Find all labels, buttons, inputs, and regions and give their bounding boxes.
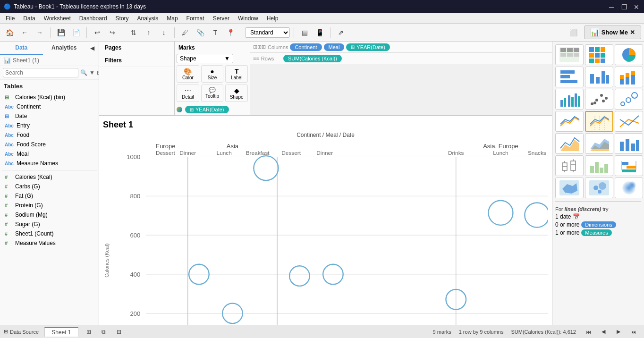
close-button[interactable]: ✕ <box>634 3 640 10</box>
field-calories[interactable]: # Calories (Kcal) <box>2 172 97 182</box>
field-sheet1-count[interactable]: # Sheet1 (Count) <box>2 229 97 238</box>
duplicate-sheet-button[interactable]: ⧉ <box>99 327 109 337</box>
field-measure-names[interactable]: Abc Measure Names <box>2 159 97 168</box>
field-protein[interactable]: # Protein (G) <box>2 201 97 210</box>
field-sugar[interactable]: # Sugar (G) <box>2 220 97 229</box>
continent-pill[interactable]: Continent <box>290 43 322 51</box>
collapse-button[interactable]: ⬜ <box>567 26 580 39</box>
bars-button[interactable]: ▤ <box>298 26 311 39</box>
sm-text-table[interactable] <box>555 44 584 65</box>
tab-analytics[interactable]: Analytics <box>43 42 86 55</box>
field-food[interactable]: Abc Food <box>2 130 97 140</box>
collapse-panel-button[interactable]: ◀ <box>85 42 99 55</box>
field-measure-values[interactable]: # Measure Values <box>2 238 97 248</box>
sm-stacked-vbar[interactable] <box>615 67 643 87</box>
redo-button[interactable]: ↪ <box>106 26 119 39</box>
menu-server[interactable]: Server <box>209 14 233 23</box>
home-button[interactable]: 🏠 <box>3 26 16 39</box>
sm-vbar[interactable] <box>585 67 613 87</box>
marks-type-dropdown[interactable]: Shape ▼ <box>177 54 233 63</box>
detail-mark-btn[interactable]: ⋯ Detail <box>177 84 199 102</box>
field-food-score[interactable]: Abc Food Score <box>2 140 97 149</box>
year-date-col-pill[interactable]: ⊞ YEAR(Date) <box>346 43 390 51</box>
tab-data[interactable]: Data <box>0 42 43 55</box>
sm-heat-map[interactable] <box>585 44 613 65</box>
new-dashboard-button[interactable]: ⊟ <box>114 327 124 337</box>
sm-bar-chart2[interactable] <box>585 155 613 176</box>
filter-icon[interactable]: ▼ <box>89 69 95 76</box>
sm-vbar2[interactable] <box>615 133 643 154</box>
sm-circle-view[interactable] <box>615 89 643 110</box>
field-calories-bin[interactable]: ⊞ Calories (Kcal) (bin) <box>2 93 97 102</box>
search-input[interactable] <box>3 68 78 77</box>
shape-mark-btn[interactable]: ◆ Shape <box>225 84 248 102</box>
data-point-8[interactable] <box>525 203 548 228</box>
sm-side-side-bar[interactable] <box>555 89 584 110</box>
menu-story[interactable]: Story <box>112 14 133 23</box>
sm-line-discrete[interactable] <box>585 111 613 132</box>
device-button[interactable]: 📱 <box>313 26 326 39</box>
field-meal[interactable]: Abc Meal <box>2 149 97 159</box>
search-icon[interactable]: 🔍 <box>80 69 87 76</box>
nav-first-button[interactable]: ⏮ <box>582 325 595 338</box>
field-fat[interactable]: # Fat (G) <box>2 191 97 201</box>
save-button[interactable]: 💾 <box>54 26 68 39</box>
field-continent[interactable]: Abc Continent <box>2 102 97 111</box>
sm-hbar[interactable] <box>555 67 584 87</box>
data-point-7[interactable] <box>488 201 513 225</box>
sum-calories-pill[interactable]: SUM(Calories (Kcal)) <box>283 55 342 62</box>
data-source-tab[interactable]: ⊞ Data Source <box>4 329 39 335</box>
data-point-3[interactable] <box>254 156 278 180</box>
sm-filled-map[interactable] <box>555 177 584 198</box>
swap-button[interactable]: ⇅ <box>127 26 140 39</box>
menu-analysis[interactable]: Analysis <box>134 14 162 23</box>
text-button[interactable]: T <box>209 26 222 39</box>
sm-pie[interactable] <box>615 44 643 65</box>
size-mark-btn[interactable]: ● Size <box>201 65 224 83</box>
sm-symbol-map[interactable] <box>585 177 613 198</box>
field-date[interactable]: ⊞ Date <box>2 111 97 121</box>
show-me-button[interactable]: 📊 Show Me ✕ <box>584 25 641 39</box>
back-button[interactable]: ← <box>18 26 31 39</box>
sm-box-chart[interactable] <box>555 155 584 176</box>
menu-dashboard[interactable]: Dashboard <box>76 14 111 23</box>
pin-button[interactable]: 📍 <box>224 26 237 39</box>
meal-pill[interactable]: Meal <box>324 43 345 51</box>
share-button[interactable]: ⇗ <box>334 26 347 39</box>
highlight-button[interactable]: 🖊 <box>178 26 192 39</box>
field-sodium[interactable]: # Sodium (Mg) <box>2 210 97 220</box>
menu-map[interactable]: Map <box>163 14 181 23</box>
nav-next-button[interactable]: ▶ <box>612 325 625 338</box>
nav-prev-button[interactable]: ◀ <box>597 325 610 338</box>
sm-gantt[interactable] <box>615 155 643 176</box>
sheet1-tab[interactable]: Sheet 1 <box>44 327 78 337</box>
menu-worksheet[interactable]: Worksheet <box>40 14 75 23</box>
sm-area-continuous[interactable] <box>555 133 584 154</box>
sm-dual-line[interactable] <box>615 111 643 132</box>
menu-file[interactable]: File <box>2 14 18 23</box>
maximize-button[interactable]: ❐ <box>621 3 628 10</box>
annotation-button[interactable]: 📎 <box>194 26 207 39</box>
tooltip-mark-btn[interactable]: 💬 Tooltip <box>201 84 224 102</box>
sm-line-continuous[interactable] <box>555 111 584 132</box>
new-button[interactable]: 📄 <box>69 26 83 39</box>
color-mark-btn[interactable]: 🎨 Color <box>177 65 199 83</box>
menu-help[interactable]: Help <box>263 14 282 23</box>
sm-scatter[interactable] <box>585 89 613 110</box>
field-entry[interactable]: Abc Entry <box>2 121 97 130</box>
undo-button[interactable]: ↩ <box>91 26 104 39</box>
forward-button[interactable]: → <box>33 26 46 39</box>
year-date-pill[interactable]: ⊞ YEAR(Date) <box>185 106 229 113</box>
label-mark-btn[interactable]: T Label <box>225 65 248 83</box>
data-point-4[interactable] <box>289 266 310 286</box>
menu-window[interactable]: Window <box>234 14 262 23</box>
sm-area-discrete[interactable] <box>585 133 613 154</box>
new-sheet-button[interactable]: ⊞ <box>84 327 93 337</box>
menu-data[interactable]: Data <box>19 14 39 23</box>
sort-asc-button[interactable]: ↑ <box>142 26 155 39</box>
view-dropdown[interactable]: Standard Fit Width Fit Height Entire Vie… <box>245 27 290 38</box>
nav-last-button[interactable]: ⏭ <box>627 325 640 338</box>
minimize-button[interactable]: ─ <box>609 3 616 10</box>
sm-density[interactable] <box>615 177 643 198</box>
sort-desc-button[interactable]: ↓ <box>157 26 170 39</box>
